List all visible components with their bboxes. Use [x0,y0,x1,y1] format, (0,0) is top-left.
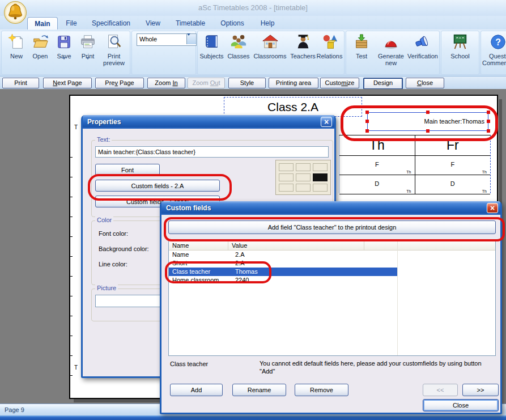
column-header-value[interactable]: Value [228,241,364,250]
subject-label: F [339,156,415,173]
svg-text:?: ? [495,37,501,47]
app-logo-bell-icon[interactable] [3,1,27,24]
tab-timetable[interactable]: Timetable [170,17,211,29]
ribbon-button-school[interactable]: School [446,32,474,73]
dialog-title: Custom fields [166,204,211,212]
fields-list-header: Name Value [169,241,495,251]
teacher-label: Th [482,170,487,174]
ribbon-button-label: Generate [375,53,407,60]
tab-main[interactable]: Main [27,17,58,30]
ribbon-button-print-preview[interactable]: Print preview [100,32,127,73]
ribbon-button-verification[interactable]: Verification [407,32,438,73]
tab-options[interactable]: Options [213,17,252,29]
ribbon-button-classrooms[interactable]: Classrooms [252,32,288,73]
custom-fields-class-button[interactable]: Custom fields - 2.A [95,180,220,192]
resize-handle[interactable] [426,111,430,114]
tab-help[interactable]: Help [254,17,281,29]
align-cell[interactable] [313,184,328,192]
text-template-input[interactable] [95,146,329,158]
resize-handle[interactable] [487,129,490,133]
add-field-to-printout-button[interactable]: Add field "Class teacher" to the printou… [168,220,496,234]
rename-button[interactable]: Rename [232,384,286,396]
ribbon-button-label: Open [29,53,52,60]
class-title-element[interactable]: Class 2.A [224,97,362,117]
field-row-short[interactable]: Short 2.A [169,259,495,268]
taskbar-edge [0,415,506,420]
add-button[interactable]: Add [170,384,223,396]
toolbar-customize-button[interactable]: Customize [320,78,359,88]
align-cell[interactable] [279,163,294,171]
teacher-label: Th [482,189,487,193]
tab-specification[interactable]: Specification [86,17,136,29]
toolbar-next-page-button[interactable]: Next Page [43,78,92,88]
selected-text-element[interactable]: Main teacher:Thomas [367,112,488,131]
align-cell[interactable] [296,173,311,181]
align-cell[interactable] [296,184,311,192]
close-icon[interactable]: × [487,203,498,213]
toolbar-close-button[interactable]: Close [406,78,444,88]
lesson-cell[interactable]: D Th [339,175,415,194]
ribbon-button-questions-comments[interactable]: ? Questi Comments? [482,32,506,73]
selected-field-label: Class teacher [170,360,208,367]
field-name: Class teacher [169,268,232,276]
toolbar-design-button[interactable]: Design [363,78,403,90]
page-row-label: T [74,364,78,371]
resize-handle[interactable] [365,129,369,133]
toolbar-printing-area-button[interactable]: Printing area [269,78,318,88]
toolbar-prev-page-button[interactable]: Prev Page [95,78,144,88]
ribbon: New Open Save Print [0,29,506,77]
align-cell-selected[interactable] [313,173,328,181]
question-mark-icon: ? [482,33,506,53]
align-cell[interactable] [313,163,328,171]
next-field-button[interactable]: >> [462,384,499,396]
chevron-down-icon[interactable] [86,57,90,66]
chevron-down-icon[interactable] [62,57,66,66]
close-button[interactable]: Close [423,399,499,411]
remove-button[interactable]: Remove [295,384,348,396]
field-value: 2.A [232,259,245,268]
close-icon[interactable]: × [321,117,332,127]
font-button[interactable]: Font [95,164,160,176]
line-color-label: Line color: [99,261,127,268]
lesson-cell[interactable]: D Th [415,175,491,194]
align-cell[interactable] [296,163,311,171]
view-scope-dropdown[interactable]: Whole [137,33,197,46]
timetable-grid: Th Fr F Th F Th D Th D Th [339,135,491,193]
properties-dialog-title-bar[interactable]: Properties [83,115,334,129]
picture-group-label: Picture [95,285,118,291]
align-cell[interactable] [279,173,294,181]
column-header-name[interactable]: Name [169,241,228,250]
tab-file[interactable]: File [59,17,84,29]
field-value: Thomas [232,268,258,276]
tab-view[interactable]: View [138,17,168,29]
field-row-name[interactable]: Name 2.A [169,251,495,259]
resize-handle[interactable] [365,111,369,114]
toolbar-zoom-in-button[interactable]: Zoom In [147,78,185,88]
lesson-cell[interactable]: F Th [339,156,415,175]
resize-handle[interactable] [365,120,369,123]
ribbon-button-open[interactable]: Open [29,32,52,73]
resize-handle[interactable] [487,120,490,123]
field-row-home-classroom[interactable]: Home classroom 2240 [169,276,495,285]
printer-icon [76,33,99,53]
ribbon-button-classes[interactable]: Classes [226,32,251,73]
ribbon-button-test[interactable]: Test [351,32,372,73]
custom-fields-dialog-title-bar[interactable]: Custom fields [161,201,500,215]
toolbar-print-button[interactable]: Print [2,78,39,88]
text-group-label: Text: [95,136,112,143]
resize-handle[interactable] [426,129,430,133]
field-row-class-teacher-selected[interactable]: Class teacher Thomas [169,268,397,276]
align-cell[interactable] [279,184,294,192]
dropdown-button[interactable] [186,34,196,44]
lesson-cell[interactable]: F Th [415,156,491,175]
ribbon-button-generate-new[interactable]: Generate new [375,32,407,73]
ribbon-button-print[interactable]: Print [76,32,99,73]
ribbon-group-help: ? Questi Comments? [481,31,506,75]
ribbon-button-relations[interactable]: Relations [316,32,343,73]
ribbon-button-save[interactable]: Save [53,32,75,73]
toolbar-style-button[interactable]: Style [228,78,266,88]
resize-handle[interactable] [487,111,490,114]
ribbon-button-subjects[interactable]: Subjects [198,32,225,73]
ribbon-button-teachers[interactable]: Teachers [289,32,317,73]
ribbon-button-new[interactable]: New [5,32,28,73]
